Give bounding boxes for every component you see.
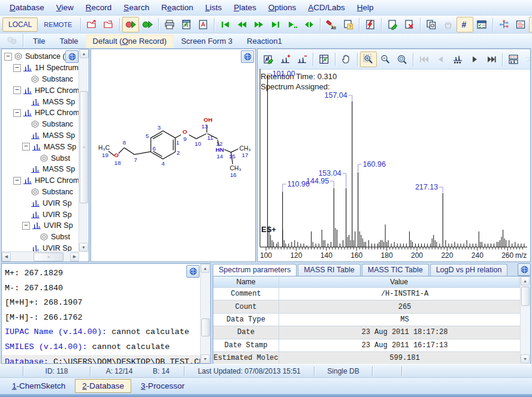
open-file-button[interactable] (100, 17, 117, 32)
tab-spectrum-parameters[interactable]: Spectrum parameters (213, 264, 297, 276)
tree-horizontal-scrollbar[interactable]: ◀ ≡ ▶ (2, 251, 79, 261)
zoom-out-button[interactable] (377, 52, 394, 67)
next-button[interactable] (466, 52, 483, 67)
skip-next-button[interactable] (483, 52, 500, 67)
spectrum-table-button[interactable] (316, 52, 332, 67)
menu-lists[interactable]: Lists (199, 1, 228, 14)
peak-add-button[interactable] (277, 52, 294, 67)
tree-item-substanc[interactable]: Substanc (3, 187, 78, 198)
view-default-one-record-[interactable]: Default (One Record) (86, 34, 174, 48)
web-service-button[interactable] (65, 50, 78, 63)
record-red-button[interactable] (122, 17, 139, 32)
prev-button[interactable] (433, 52, 449, 67)
local-db-button[interactable]: LOCAL (2, 17, 38, 32)
peak-remove-button[interactable] (294, 52, 310, 67)
expand-collapse-box[interactable]: − (22, 222, 30, 230)
nav-next-button[interactable] (250, 17, 267, 32)
web-service-button[interactable] (241, 50, 254, 63)
tree-item-hplc-chrom[interactable]: −HPLC Chrom (3, 107, 78, 119)
scroll-down-button[interactable]: ▼ (79, 243, 88, 252)
remote-db-button[interactable]: REMOTE (38, 18, 78, 31)
search-lightning-button[interactable] (362, 17, 379, 32)
copy-record-button[interactable] (423, 17, 440, 32)
spectra-picker-button[interactable] (449, 52, 466, 67)
view-reaction1[interactable]: Reaction1 (240, 34, 289, 48)
menu-plates[interactable]: Plates (228, 1, 262, 14)
basket-button[interactable] (440, 17, 457, 32)
scroll-thumb[interactable]: ≡ (80, 91, 88, 203)
tree-item-mass-sp[interactable]: MASS Sp (3, 164, 78, 175)
info-line[interactable]: M+: 267.1829 (2, 266, 200, 281)
expand-collapse-box[interactable]: − (22, 143, 30, 151)
checklist-button[interactable] (473, 17, 490, 32)
tree-item-mass-sp[interactable]: MASS Sp (3, 96, 78, 107)
molecule-info-text[interactable]: M+: 267.1829M-: 267.1840[M+H]+: 268.1907… (2, 266, 200, 363)
info-line[interactable]: Database: C:\USERS\DOM\DESKTOP\DB TEST.C… (2, 355, 200, 363)
tree-item-hplc-chrom[interactable]: −HPLC Chrom (3, 85, 78, 96)
column-header-name[interactable]: Name (213, 276, 279, 287)
table-row[interactable]: Data TypeMS (213, 314, 530, 326)
menu-acd-labs[interactable]: ACD/Labs (302, 1, 351, 14)
tree-item-substanc[interactable]: Substanc (3, 74, 78, 85)
nav-prev-button[interactable] (234, 17, 250, 32)
scroll-left-button[interactable]: ◀ (2, 252, 11, 261)
info-line[interactable]: [M-H]-: 266.1762 (2, 311, 200, 326)
window-table-button[interactable] (505, 52, 522, 67)
view-table[interactable]: Table (52, 34, 85, 48)
search-query-button[interactable]: ? (340, 17, 356, 32)
record-delete-button[interactable] (401, 17, 418, 32)
annotations-button[interactable] (512, 17, 529, 32)
tab-mass-ri-table[interactable]: MASS RI Table (298, 264, 361, 276)
structure-nav-button[interactable] (495, 17, 512, 32)
module-tab-3-processor[interactable]: 3-Processor (134, 379, 192, 393)
nav-first-button[interactable] (217, 17, 234, 32)
info-line[interactable]: M-: 267.1840 (2, 281, 200, 296)
table-row[interactable]: Comment/H-INSTR1-A (213, 288, 530, 300)
menu-record[interactable]: Record (80, 1, 118, 14)
zoom-range-button[interactable] (394, 52, 410, 67)
info-line[interactable]: [M+H]+: 268.1907 (2, 296, 200, 311)
expand-collapse-box[interactable]: − (13, 177, 21, 185)
tree-item-uvir-sp[interactable]: UVIR Sp (3, 197, 78, 209)
menu-view[interactable]: View (50, 1, 80, 14)
table-row[interactable]: Estimated Molec599.181 (213, 352, 530, 365)
scroll-right-button[interactable]: ▶ (70, 252, 79, 261)
web-service-button[interactable] (186, 265, 200, 278)
menu-database[interactable]: Database (4, 1, 50, 14)
open-database-button[interactable] (83, 17, 100, 32)
scroll-down-button[interactable]: ▼ (201, 354, 210, 363)
tree-item-subst[interactable]: Subst (3, 231, 78, 243)
module-tab-2-database[interactable]: 2-Database (75, 379, 131, 393)
skip-prev-button[interactable] (416, 52, 433, 67)
tree-item-mass-sp[interactable]: MASS Sp (3, 130, 78, 142)
module-tab-1-chemsketch[interactable]: 1-ChemSketch (5, 379, 72, 393)
menu-help[interactable]: Help (351, 1, 380, 14)
print-preview-button[interactable] (178, 17, 195, 32)
web-service-button[interactable] (518, 263, 531, 276)
menu-options[interactable]: Options (262, 1, 303, 14)
column-header-value[interactable]: Value (279, 276, 519, 287)
tree-item-uvir-sp[interactable]: UVIR Sp (3, 209, 78, 220)
nav-last-button[interactable] (267, 17, 284, 32)
menu-search[interactable]: Search (117, 1, 155, 14)
tree-item-hplc-chrom[interactable]: −HPLC Chrom (3, 175, 78, 187)
info-line[interactable]: SMILES (v.14.00): cannot calculate (2, 340, 200, 355)
expand-collapse-box[interactable]: − (13, 109, 21, 117)
tree-item-mass-sp[interactable]: −MASS Sp (3, 141, 78, 152)
tree-item-uvir-sp[interactable]: UVIR Sp (3, 243, 78, 251)
expand-collapse-box[interactable]: − (13, 86, 21, 94)
scroll-up-button[interactable]: ▲ (201, 264, 210, 273)
tab-mass-tic-table[interactable]: MASS TIC Table (362, 264, 429, 276)
view-screen-form-3[interactable]: Screen Form 3 (174, 34, 240, 48)
pan-hand-button[interactable] (338, 52, 355, 67)
export-pdf-button[interactable] (195, 17, 211, 32)
scroll-thumb[interactable] (201, 318, 210, 336)
table-row[interactable]: Date23 Aug 2011 18:17:28 (213, 326, 530, 339)
info-vertical-scrollbar[interactable]: ▲ ▼ (200, 264, 210, 363)
scroll-thumb[interactable] (521, 287, 530, 306)
tree-item-substanc[interactable]: Substanc (3, 119, 78, 130)
spectrum-edit-button[interactable] (260, 52, 277, 67)
nav-goto-button[interactable] (284, 17, 301, 32)
scroll-up-button[interactable]: ▲ (80, 49, 89, 58)
tree-vertical-scrollbar[interactable]: ▲ ≡ ▼ (78, 49, 89, 252)
